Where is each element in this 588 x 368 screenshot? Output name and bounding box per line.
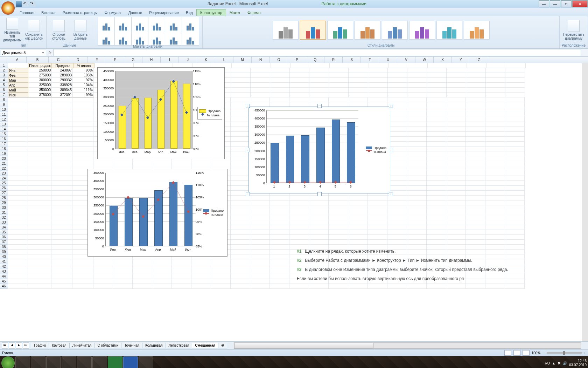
cell[interactable] — [72, 284, 93, 289]
cell[interactable] — [51, 254, 72, 259]
cell[interactable] — [51, 230, 72, 235]
cell[interactable] — [329, 215, 348, 220]
cell[interactable] — [427, 78, 447, 83]
cell[interactable] — [231, 259, 250, 264]
cell[interactable] — [51, 146, 72, 151]
cell[interactable] — [28, 146, 51, 151]
cell[interactable] — [368, 78, 388, 83]
cell[interactable] — [348, 210, 368, 215]
cell[interactable] — [466, 279, 485, 284]
cell[interactable] — [309, 210, 329, 215]
cell[interactable] — [231, 181, 250, 186]
cell[interactable] — [93, 161, 113, 166]
row-header[interactable]: 44 — [0, 274, 8, 279]
fx-icon[interactable]: fx — [47, 50, 53, 55]
cell[interactable] — [505, 127, 525, 132]
cell[interactable] — [485, 284, 505, 289]
cell[interactable] — [231, 127, 250, 132]
cell[interactable] — [505, 205, 525, 210]
cell[interactable] — [407, 122, 427, 127]
prev-sheet-button[interactable]: ◀ — [9, 342, 15, 349]
row-header[interactable]: 45 — [0, 279, 8, 284]
cell[interactable] — [51, 127, 72, 132]
cell[interactable] — [72, 264, 93, 269]
cell[interactable] — [8, 122, 28, 127]
cell[interactable] — [51, 279, 72, 284]
cell[interactable] — [250, 254, 270, 259]
cell[interactable]: 250000 — [28, 68, 52, 73]
cell[interactable] — [466, 240, 485, 245]
cell[interactable] — [270, 93, 290, 97]
cell[interactable] — [251, 78, 270, 83]
cell[interactable] — [152, 279, 172, 284]
cell[interactable] — [290, 68, 309, 73]
cell[interactable] — [407, 112, 427, 117]
cell[interactable] — [8, 97, 28, 102]
row-header[interactable]: 29 — [0, 200, 8, 205]
cell[interactable] — [505, 200, 525, 205]
cell[interactable] — [368, 230, 387, 235]
cell[interactable] — [270, 78, 290, 83]
row-header[interactable]: 36 — [0, 235, 8, 240]
cell[interactable] — [485, 205, 505, 210]
row-header[interactable]: 35 — [0, 230, 8, 235]
cell[interactable] — [466, 210, 485, 215]
cell[interactable] — [231, 68, 251, 73]
cell[interactable] — [486, 88, 505, 93]
cell[interactable] — [28, 191, 51, 196]
cell[interactable] — [231, 102, 250, 107]
row-header[interactable]: 12 — [0, 117, 8, 122]
cell[interactable] — [231, 235, 250, 240]
cell[interactable] — [231, 196, 250, 200]
cell[interactable] — [446, 102, 466, 107]
cell[interactable] — [72, 117, 93, 122]
cell[interactable] — [250, 220, 270, 225]
cell[interactable] — [349, 88, 368, 93]
cell[interactable] — [250, 284, 270, 289]
tab-design[interactable]: Конструктор — [196, 9, 226, 16]
chart-style-thumb[interactable] — [409, 21, 435, 40]
cell[interactable] — [211, 161, 231, 166]
cell[interactable] — [427, 73, 447, 78]
cell[interactable] — [505, 279, 525, 284]
chart-legend[interactable]: Продано % плана — [364, 144, 388, 156]
cell[interactable] — [251, 68, 270, 73]
cell[interactable] — [505, 274, 525, 279]
cell[interactable] — [270, 264, 289, 269]
cell[interactable] — [250, 274, 270, 279]
cell[interactable] — [485, 107, 505, 112]
cell[interactable] — [8, 156, 28, 161]
cell[interactable] — [446, 215, 466, 220]
column-header[interactable]: C — [49, 57, 68, 63]
cell[interactable] — [485, 259, 505, 264]
cell[interactable] — [427, 146, 446, 151]
cell[interactable] — [447, 83, 466, 88]
cell[interactable] — [505, 210, 525, 215]
tab-home[interactable]: Главная — [16, 9, 38, 16]
taskbar-explorer-icon[interactable] — [31, 356, 46, 368]
cell[interactable] — [250, 250, 270, 254]
cell[interactable] — [485, 146, 505, 151]
cell[interactable] — [466, 245, 485, 250]
cell[interactable] — [446, 284, 466, 289]
cell[interactable] — [231, 83, 251, 88]
cell[interactable] — [466, 191, 485, 196]
cell[interactable] — [505, 151, 525, 156]
cell[interactable] — [231, 88, 251, 93]
cell[interactable] — [28, 220, 51, 225]
cell[interactable] — [387, 196, 407, 200]
cell[interactable] — [388, 78, 407, 83]
cell[interactable] — [289, 205, 309, 210]
cell[interactable] — [428, 63, 447, 68]
cell[interactable] — [8, 181, 28, 186]
cell[interactable] — [309, 240, 329, 245]
cell[interactable] — [407, 245, 427, 250]
cell[interactable] — [407, 107, 427, 112]
chart-layout-thumb[interactable] — [131, 17, 149, 32]
cell[interactable] — [505, 161, 525, 166]
cell[interactable] — [348, 220, 368, 225]
cell[interactable] — [51, 215, 72, 220]
cell[interactable] — [485, 166, 505, 171]
cell[interactable] — [250, 225, 270, 230]
cell[interactable] — [309, 93, 329, 97]
